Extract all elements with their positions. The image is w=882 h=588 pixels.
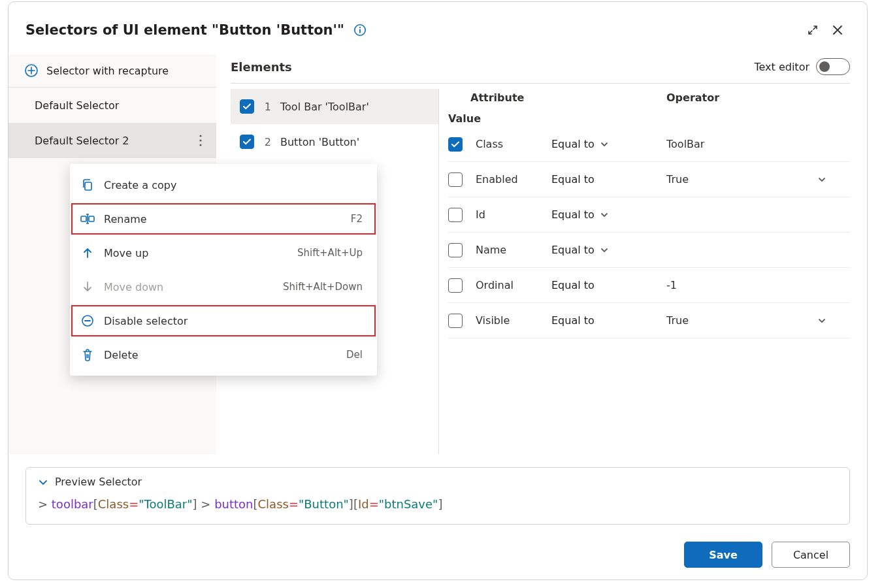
- attribute-row: EnabledEqual toTrue: [448, 162, 850, 197]
- save-button[interactable]: Save: [684, 542, 762, 568]
- copy-icon: [80, 178, 95, 192]
- selector-dialog: Selectors of UI element "Button 'Button'…: [8, 1, 868, 580]
- down-icon: [80, 280, 95, 294]
- cancel-button[interactable]: Cancel: [772, 542, 850, 568]
- menu-item-movedn: Move downShift+Alt+Down: [70, 270, 377, 304]
- element-row[interactable]: 2Button 'Button': [231, 124, 438, 159]
- operator-dropdown[interactable]: Equal to: [551, 244, 662, 256]
- attribute-checkbox[interactable]: [448, 137, 463, 152]
- attribute-name: Id: [476, 208, 547, 221]
- menu-item-shortcut: Del: [346, 349, 363, 361]
- menu-item-shortcut: Shift+Alt+Down: [283, 281, 363, 293]
- svg-rect-7: [85, 182, 91, 190]
- operator-dropdown[interactable]: Equal to: [551, 314, 662, 327]
- selector-item[interactable]: Default Selector: [8, 88, 216, 123]
- attribute-row: VisibleEqual toTrue: [448, 303, 850, 338]
- element-label: Button 'Button': [280, 136, 359, 148]
- dialog-footer: Save Cancel: [8, 525, 867, 580]
- preview-toggle[interactable]: Preview Selector: [38, 476, 838, 488]
- attribute-name: Visible: [476, 314, 547, 327]
- menu-item-delete[interactable]: DeleteDel: [70, 338, 377, 372]
- operator-dropdown[interactable]: Equal to: [551, 138, 662, 150]
- svg-rect-2: [359, 27, 361, 28]
- preview-code: > toolbar[Class="ToolBar"] > button[Clas…: [38, 497, 838, 511]
- menu-item-shortcut: Shift+Alt+Up: [297, 247, 363, 259]
- attribute-row: IdEqual to: [448, 197, 850, 233]
- expand-icon[interactable]: [800, 18, 825, 42]
- svg-point-4: [199, 135, 201, 137]
- preview-heading: Preview Selector: [55, 476, 142, 488]
- attribute-name: Ordinal: [476, 279, 547, 291]
- add-selector-button[interactable]: Selector with recapture: [8, 54, 216, 88]
- close-icon[interactable]: [825, 18, 850, 42]
- element-index: 1: [263, 101, 271, 113]
- menu-item-shortcut: F2: [351, 213, 363, 225]
- dialog-header: Selectors of UI element "Button 'Button'…: [8, 2, 867, 42]
- col-attribute: Attribute: [448, 91, 547, 104]
- attribute-row: NameEqual to: [448, 233, 850, 268]
- svg-rect-1: [359, 29, 361, 33]
- chevron-down-icon: [817, 316, 850, 325]
- selector-item-label: Default Selector: [35, 99, 119, 112]
- element-label: Tool Bar 'ToolBar': [280, 101, 369, 113]
- preview-selector-panel: Preview Selector > toolbar[Class="ToolBa…: [25, 467, 850, 525]
- attribute-checkbox[interactable]: [448, 314, 463, 328]
- attribute-checkbox[interactable]: [448, 243, 463, 257]
- attribute-name: Name: [476, 244, 547, 256]
- attribute-row: ClassEqual toToolBar: [448, 127, 850, 162]
- plus-circle-icon: [24, 63, 39, 78]
- rename-icon: [80, 212, 95, 226]
- menu-item-disable[interactable]: Disable selector: [70, 304, 377, 338]
- menu-item-label: Create a copy: [104, 179, 176, 191]
- menu-item-label: Move down: [104, 281, 163, 293]
- attribute-value[interactable]: ToolBar: [666, 138, 850, 150]
- element-row[interactable]: 1Tool Bar 'ToolBar': [231, 89, 438, 124]
- svg-rect-8: [81, 216, 86, 221]
- menu-item-copy[interactable]: Create a copy: [70, 168, 377, 202]
- attribute-value[interactable]: True: [666, 314, 850, 327]
- col-value: Value: [448, 112, 472, 125]
- element-checkbox[interactable]: [240, 99, 254, 114]
- menu-item-label: Rename: [104, 213, 147, 225]
- chevron-down-icon: [600, 140, 609, 149]
- svg-point-6: [199, 144, 201, 146]
- chevron-down-icon: [600, 246, 609, 255]
- text-editor-label: Text editor: [754, 61, 809, 73]
- add-selector-label: Selector with recapture: [46, 65, 169, 77]
- chevron-down-icon: [38, 477, 48, 487]
- selector-context-menu: Create a copyRenameF2Move upShift+Alt+Up…: [70, 164, 377, 376]
- dialog-title: Selectors of UI element "Button 'Button'…: [25, 22, 344, 38]
- more-icon[interactable]: [191, 131, 210, 150]
- menu-item-label: Move up: [104, 247, 148, 259]
- attributes-panel: Attribute Operator Value ClassEqual toTo…: [438, 89, 850, 454]
- attribute-checkbox[interactable]: [448, 278, 463, 293]
- operator-dropdown[interactable]: Equal to: [551, 208, 662, 221]
- attribute-name: Enabled: [476, 173, 547, 186]
- text-editor-toggle[interactable]: [816, 58, 850, 75]
- menu-item-label: Disable selector: [104, 315, 188, 327]
- col-operator: Operator: [666, 91, 850, 104]
- svg-point-5: [199, 139, 201, 141]
- chevron-down-icon: [600, 210, 609, 220]
- attribute-row: OrdinalEqual to-1: [448, 268, 850, 303]
- info-icon[interactable]: [353, 24, 367, 37]
- attribute-value[interactable]: -1: [666, 279, 850, 291]
- up-icon: [80, 246, 95, 260]
- operator-dropdown[interactable]: Equal to: [551, 279, 662, 291]
- selector-item-label: Default Selector 2: [35, 135, 129, 147]
- selector-item[interactable]: Default Selector 2: [8, 123, 216, 158]
- svg-rect-9: [89, 216, 94, 221]
- chevron-down-icon: [817, 175, 850, 184]
- menu-item-rename[interactable]: RenameF2: [70, 202, 377, 236]
- minus-icon: [80, 314, 95, 328]
- element-checkbox[interactable]: [240, 135, 254, 149]
- attribute-checkbox[interactable]: [448, 172, 463, 187]
- menu-item-moveup[interactable]: Move upShift+Alt+Up: [70, 236, 377, 270]
- operator-dropdown[interactable]: Equal to: [551, 173, 662, 186]
- trash-icon: [80, 348, 95, 362]
- attribute-value[interactable]: True: [666, 173, 850, 186]
- menu-item-label: Delete: [104, 349, 139, 361]
- elements-heading: Elements: [231, 60, 292, 74]
- attribute-checkbox[interactable]: [448, 208, 463, 222]
- element-index: 2: [263, 136, 271, 148]
